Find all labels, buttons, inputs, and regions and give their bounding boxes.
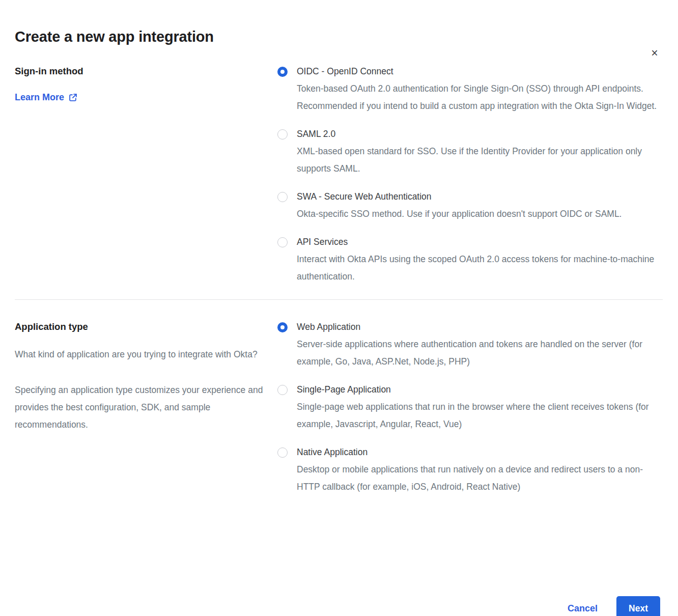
external-link-icon — [69, 93, 77, 102]
apptype-option-native[interactable]: Native Application Desktop or mobile app… — [277, 446, 660, 495]
signin-option-label: SAML 2.0 — [297, 128, 660, 139]
radio-swa-icon[interactable] — [277, 192, 288, 202]
close-icon[interactable]: × — [647, 46, 662, 60]
signin-option-oidc[interactable]: OIDC - OpenID Connect Token-based OAuth … — [277, 66, 660, 115]
page-title: Create a new app integration — [15, 29, 678, 45]
application-type-section: Application type What kind of applicatio… — [0, 321, 678, 495]
signin-option-description: XML-based open standard for SSO. Use if … — [297, 143, 660, 177]
learn-more-link[interactable]: Learn More — [15, 92, 77, 103]
application-type-label: Application type — [15, 321, 277, 332]
radio-oidc-icon[interactable] — [277, 67, 288, 77]
signin-option-label: OIDC - OpenID Connect — [297, 66, 660, 77]
dialog-footer: Cancel Next — [568, 596, 660, 616]
learn-more-label: Learn More — [15, 92, 64, 103]
radio-native-application-icon[interactable] — [277, 447, 288, 458]
create-app-integration-dialog: × Create a new app integration Sign-in m… — [0, 29, 678, 616]
application-type-question: What kind of application are you trying … — [15, 346, 265, 363]
next-button[interactable]: Next — [616, 596, 660, 616]
radio-api-services-icon[interactable] — [277, 237, 288, 247]
radio-saml-icon[interactable] — [277, 129, 288, 139]
section-divider — [15, 299, 663, 300]
cancel-button[interactable]: Cancel — [568, 603, 598, 614]
signin-option-description: Token-based OAuth 2.0 authentication for… — [297, 80, 660, 115]
signin-option-description: Okta-specific SSO method. Use if your ap… — [297, 205, 622, 222]
apptype-option-label: Single-Page Application — [297, 384, 660, 395]
apptype-option-label: Web Application — [297, 321, 660, 332]
apptype-option-description: Desktop or mobile applications that run … — [297, 461, 660, 495]
signin-method-section: Sign-in method Learn More OIDC - OpenID … — [0, 66, 678, 285]
apptype-option-label: Native Application — [297, 446, 660, 458]
apptype-option-description: Single-page web applications that run in… — [297, 398, 660, 433]
signin-option-saml[interactable]: SAML 2.0 XML-based open standard for SSO… — [277, 128, 660, 177]
apptype-option-description: Server-side applications where authentic… — [297, 335, 660, 370]
application-type-explainer: Specifying an application type customize… — [15, 381, 265, 433]
signin-option-label: API Services — [297, 236, 660, 247]
signin-option-swa[interactable]: SWA - Secure Web Authentication Okta-spe… — [277, 191, 660, 222]
apptype-option-web[interactable]: Web Application Server-side applications… — [277, 321, 660, 370]
signin-option-label: SWA - Secure Web Authentication — [297, 191, 622, 202]
signin-option-description: Interact with Okta APIs using the scoped… — [297, 250, 660, 285]
radio-web-application-icon[interactable] — [277, 322, 288, 332]
signin-option-api-services[interactable]: API Services Interact with Okta APIs usi… — [277, 236, 660, 285]
signin-method-label: Sign-in method — [15, 66, 277, 77]
radio-single-page-application-icon[interactable] — [277, 385, 288, 395]
apptype-option-spa[interactable]: Single-Page Application Single-page web … — [277, 384, 660, 433]
